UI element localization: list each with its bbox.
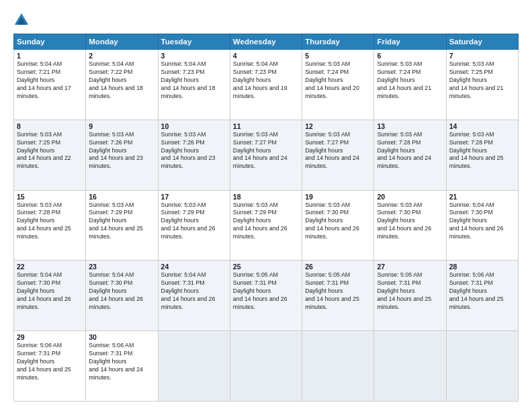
cell-info: Sunrise: 5:03 AMSunset: 7:30 PMDaylight … (305, 201, 371, 241)
calendar-cell: 4Sunrise: 5:04 AMSunset: 7:23 PMDaylight… (230, 50, 302, 120)
col-header-saturday: Saturday (446, 34, 518, 50)
calendar-cell: 21Sunrise: 5:04 AMSunset: 7:30 PMDayligh… (446, 190, 518, 261)
logo (13, 12, 32, 28)
day-number: 17 (161, 193, 227, 201)
cell-info: Sunrise: 5:03 AMSunset: 7:28 PMDaylight … (17, 201, 83, 241)
calendar-cell: 9Sunrise: 5:03 AMSunset: 7:26 PMDaylight… (86, 120, 158, 190)
cell-info: Sunrise: 5:04 AMSunset: 7:31 PMDaylight … (161, 271, 227, 311)
day-number: 3 (161, 52, 227, 60)
day-number: 20 (377, 193, 443, 201)
col-header-wednesday: Wednesday (230, 34, 302, 50)
calendar-cell: 10Sunrise: 5:03 AMSunset: 7:26 PMDayligh… (158, 120, 230, 190)
cell-info: Sunrise: 5:04 AMSunset: 7:30 PMDaylight … (89, 271, 154, 311)
calendar-cell (446, 331, 518, 402)
cell-info: Sunrise: 5:06 AMSunset: 7:31 PMDaylight … (17, 342, 83, 381)
cell-info: Sunrise: 5:03 AMSunset: 7:25 PMDaylight … (17, 131, 83, 171)
cell-info: Sunrise: 5:04 AMSunset: 7:23 PMDaylight … (161, 60, 227, 100)
col-header-friday: Friday (374, 34, 446, 50)
header (13, 12, 519, 28)
calendar-header-row: SundayMondayTuesdayWednesdayThursdayFrid… (14, 34, 519, 50)
cell-info: Sunrise: 5:03 AMSunset: 7:27 PMDaylight … (233, 131, 299, 171)
day-number: 23 (89, 263, 154, 271)
calendar-cell (302, 331, 374, 402)
cell-info: Sunrise: 5:03 AMSunset: 7:24 PMDaylight … (305, 60, 371, 100)
calendar-cell: 15Sunrise: 5:03 AMSunset: 7:28 PMDayligh… (14, 190, 86, 261)
calendar-week-4: 22Sunrise: 5:04 AMSunset: 7:30 PMDayligh… (14, 261, 519, 331)
cell-info: Sunrise: 5:03 AMSunset: 7:29 PMDaylight … (161, 201, 227, 241)
day-number: 13 (377, 122, 443, 130)
day-number: 21 (449, 193, 515, 201)
cell-info: Sunrise: 5:03 AMSunset: 7:26 PMDaylight … (89, 131, 154, 171)
day-number: 2 (89, 52, 154, 60)
calendar-cell: 28Sunrise: 5:06 AMSunset: 7:31 PMDayligh… (446, 261, 518, 331)
cell-info: Sunrise: 5:05 AMSunset: 7:31 PMDaylight … (377, 271, 443, 311)
cell-info: Sunrise: 5:04 AMSunset: 7:23 PMDaylight … (233, 60, 299, 100)
day-number: 1 (17, 52, 83, 60)
logo-icon (13, 12, 30, 28)
day-number: 30 (89, 333, 154, 341)
calendar-cell: 18Sunrise: 5:03 AMSunset: 7:29 PMDayligh… (230, 190, 302, 261)
calendar-cell (374, 331, 446, 402)
cell-info: Sunrise: 5:05 AMSunset: 7:31 PMDaylight … (233, 271, 299, 311)
calendar-cell: 12Sunrise: 5:03 AMSunset: 7:27 PMDayligh… (302, 120, 374, 190)
cell-info: Sunrise: 5:03 AMSunset: 7:28 PMDaylight … (377, 131, 443, 171)
calendar-cell: 25Sunrise: 5:05 AMSunset: 7:31 PMDayligh… (230, 261, 302, 331)
calendar-week-3: 15Sunrise: 5:03 AMSunset: 7:28 PMDayligh… (14, 190, 519, 261)
calendar-cell: 8Sunrise: 5:03 AMSunset: 7:25 PMDaylight… (14, 120, 86, 190)
cell-info: Sunrise: 5:04 AMSunset: 7:21 PMDaylight … (17, 60, 83, 100)
calendar-cell: 29Sunrise: 5:06 AMSunset: 7:31 PMDayligh… (14, 331, 86, 402)
calendar-cell: 17Sunrise: 5:03 AMSunset: 7:29 PMDayligh… (158, 190, 230, 261)
cell-info: Sunrise: 5:03 AMSunset: 7:26 PMDaylight … (161, 131, 227, 171)
day-number: 19 (305, 193, 371, 201)
calendar-week-2: 8Sunrise: 5:03 AMSunset: 7:25 PMDaylight… (14, 120, 519, 190)
day-number: 25 (233, 263, 299, 271)
calendar-cell: 19Sunrise: 5:03 AMSunset: 7:30 PMDayligh… (302, 190, 374, 261)
calendar-cell: 11Sunrise: 5:03 AMSunset: 7:27 PMDayligh… (230, 120, 302, 190)
day-number: 22 (17, 263, 83, 271)
calendar-cell: 6Sunrise: 5:03 AMSunset: 7:24 PMDaylight… (374, 50, 446, 120)
calendar-cell: 27Sunrise: 5:05 AMSunset: 7:31 PMDayligh… (374, 261, 446, 331)
cell-info: Sunrise: 5:05 AMSunset: 7:31 PMDaylight … (305, 271, 371, 311)
day-number: 4 (233, 52, 299, 60)
calendar-cell: 14Sunrise: 5:03 AMSunset: 7:28 PMDayligh… (446, 120, 518, 190)
day-number: 27 (377, 263, 443, 271)
calendar-cell: 13Sunrise: 5:03 AMSunset: 7:28 PMDayligh… (374, 120, 446, 190)
col-header-sunday: Sunday (14, 34, 86, 50)
calendar-cell: 24Sunrise: 5:04 AMSunset: 7:31 PMDayligh… (158, 261, 230, 331)
cell-info: Sunrise: 5:06 AMSunset: 7:31 PMDaylight … (449, 271, 515, 311)
cell-info: Sunrise: 5:04 AMSunset: 7:30 PMDaylight … (17, 271, 83, 311)
col-header-tuesday: Tuesday (158, 34, 230, 50)
day-number: 14 (449, 122, 515, 130)
day-number: 28 (449, 263, 515, 271)
calendar-week-1: 1Sunrise: 5:04 AMSunset: 7:21 PMDaylight… (14, 50, 519, 120)
cell-info: Sunrise: 5:03 AMSunset: 7:25 PMDaylight … (449, 60, 515, 100)
day-number: 24 (161, 263, 227, 271)
day-number: 6 (377, 52, 443, 60)
day-number: 15 (17, 193, 83, 201)
calendar-cell: 20Sunrise: 5:03 AMSunset: 7:30 PMDayligh… (374, 190, 446, 261)
col-header-thursday: Thursday (302, 34, 374, 50)
calendar-cell: 22Sunrise: 5:04 AMSunset: 7:30 PMDayligh… (14, 261, 86, 331)
calendar-cell: 30Sunrise: 5:06 AMSunset: 7:31 PMDayligh… (86, 331, 158, 402)
cell-info: Sunrise: 5:03 AMSunset: 7:30 PMDaylight … (377, 201, 443, 241)
calendar-cell: 5Sunrise: 5:03 AMSunset: 7:24 PMDaylight… (302, 50, 374, 120)
calendar-table: SundayMondayTuesdayWednesdayThursdayFrid… (13, 34, 519, 402)
cell-info: Sunrise: 5:04 AMSunset: 7:30 PMDaylight … (449, 201, 515, 241)
calendar-cell: 2Sunrise: 5:04 AMSunset: 7:22 PMDaylight… (86, 50, 158, 120)
page: SundayMondayTuesdayWednesdayThursdayFrid… (0, 0, 532, 411)
day-number: 26 (305, 263, 371, 271)
cell-info: Sunrise: 5:03 AMSunset: 7:29 PMDaylight … (89, 201, 154, 241)
cell-info: Sunrise: 5:04 AMSunset: 7:22 PMDaylight … (89, 60, 154, 100)
calendar-cell (158, 331, 230, 402)
calendar-cell: 7Sunrise: 5:03 AMSunset: 7:25 PMDaylight… (446, 50, 518, 120)
day-number: 12 (305, 122, 371, 130)
cell-info: Sunrise: 5:03 AMSunset: 7:28 PMDaylight … (449, 131, 515, 171)
calendar-cell: 16Sunrise: 5:03 AMSunset: 7:29 PMDayligh… (86, 190, 158, 261)
calendar-cell: 23Sunrise: 5:04 AMSunset: 7:30 PMDayligh… (86, 261, 158, 331)
cell-info: Sunrise: 5:03 AMSunset: 7:29 PMDaylight … (233, 201, 299, 241)
calendar-cell: 3Sunrise: 5:04 AMSunset: 7:23 PMDaylight… (158, 50, 230, 120)
calendar-cell: 1Sunrise: 5:04 AMSunset: 7:21 PMDaylight… (14, 50, 86, 120)
day-number: 8 (17, 122, 83, 130)
day-number: 5 (305, 52, 371, 60)
day-number: 11 (233, 122, 299, 130)
